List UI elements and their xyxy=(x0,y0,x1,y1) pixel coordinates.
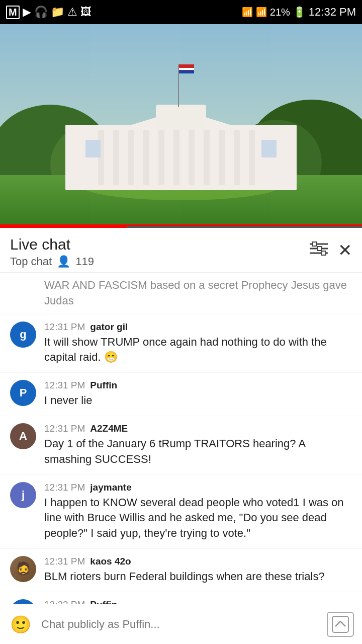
message-time: 12:31 PM xyxy=(44,556,85,567)
message-text: It will show TRUMP once again had nothin… xyxy=(44,335,352,366)
svg-rect-22 xyxy=(261,140,277,157)
message-meta: 12:31 PM jaymante xyxy=(44,482,352,493)
message-time: 12:31 PM xyxy=(44,423,85,434)
clock: 12:32 PM xyxy=(309,6,356,19)
list-item: P 12:31 PM Puffin I never lie xyxy=(0,373,362,416)
svg-rect-31 xyxy=(313,242,317,246)
chat-input-area: 🙂 xyxy=(0,604,362,644)
video-thumbnail xyxy=(0,24,362,228)
svg-rect-27 xyxy=(179,70,194,73)
close-button[interactable]: ✕ xyxy=(338,240,352,260)
filter-icon[interactable] xyxy=(310,241,328,260)
signal-icon: 📶 xyxy=(256,7,267,18)
header-actions: ✕ xyxy=(310,236,352,260)
svg-rect-33 xyxy=(322,251,326,255)
svg-rect-25 xyxy=(179,64,194,67)
avatar: 🧔 xyxy=(10,556,36,582)
chat-input[interactable] xyxy=(41,612,319,637)
image-icon: 🖼 xyxy=(80,6,92,19)
message-time: 12:31 PM xyxy=(44,321,85,333)
svg-rect-15 xyxy=(204,130,210,185)
message-content: 12:31 PM kaos 42o BLM rioters burn Feder… xyxy=(44,556,352,585)
svg-rect-10 xyxy=(128,130,134,185)
message-text: I never lie xyxy=(44,393,352,409)
video-player[interactable] xyxy=(0,24,362,228)
svg-rect-17 xyxy=(234,130,240,185)
message-time: 12:31 PM xyxy=(44,482,85,493)
youtube-red-bar xyxy=(0,224,362,226)
message-meta: 12:31 PM A2Z4ME xyxy=(44,423,352,434)
message-time: 12:31 PM xyxy=(44,380,85,391)
svg-rect-13 xyxy=(173,130,179,185)
message-meta: 12:31 PM kaos 42o xyxy=(44,556,352,567)
truncated-message-text: WAR AND FASCISM based on a secret Prophe… xyxy=(44,279,347,307)
battery-icon: 🔋 xyxy=(293,6,306,18)
folder-icon: 📁 xyxy=(51,6,64,19)
avatar: g xyxy=(10,321,36,348)
message-text: I happen to KNOW several dead people who… xyxy=(44,495,352,541)
video-progress-bar[interactable] xyxy=(0,226,362,228)
emoji-button[interactable]: 🙂 xyxy=(8,612,33,637)
emoji-icon: 🙂 xyxy=(10,614,31,634)
svg-rect-11 xyxy=(143,130,149,185)
headset-icon: 🎧 xyxy=(34,6,48,19)
list-item: 🧔 12:31 PM kaos 42o BLM rioters burn Fed… xyxy=(0,549,362,592)
message-author: kaos 42o xyxy=(90,556,131,567)
message-author: A2Z4ME xyxy=(90,423,128,434)
viewer-count: 119 xyxy=(75,255,94,268)
svg-rect-12 xyxy=(158,130,164,185)
avatar: j xyxy=(10,482,36,508)
viewers-icon: 👤 xyxy=(57,255,70,268)
message-content: 12:31 PM A2Z4ME Day 1 of the January 6 t… xyxy=(44,423,352,467)
message-author: Puffin xyxy=(90,380,117,391)
youtube-icon: ▶ xyxy=(23,6,31,19)
message-meta: 12:31 PM Puffin xyxy=(44,380,352,391)
message-meta: 12:31 PM gator gil xyxy=(44,321,352,333)
live-chat-title-area: Live chat Top chat 👤 119 xyxy=(10,236,94,268)
svg-rect-16 xyxy=(219,130,225,185)
chat-messages-container: WAR AND FASCISM based on a secret Prophe… xyxy=(0,273,362,644)
message-author: gator gil xyxy=(90,321,128,333)
battery-level: 21% xyxy=(270,7,290,18)
svg-rect-21 xyxy=(85,140,101,157)
svg-rect-32 xyxy=(318,247,322,251)
video-progress-fill xyxy=(0,226,127,228)
live-chat-subtitle: Top chat 👤 119 xyxy=(10,255,94,268)
svg-rect-9 xyxy=(113,130,119,185)
svg-rect-26 xyxy=(179,68,194,70)
status-bar: M ▶ 🎧 📁 ⚠ 🖼 📶 📶 21% 🔋 12:32 PM xyxy=(0,0,362,24)
message-text: BLM rioters burn Federal buildings when … xyxy=(44,569,352,585)
message-content: 12:31 PM Puffin I never lie xyxy=(44,380,352,409)
warning-icon: ⚠ xyxy=(67,6,77,19)
message-author: jaymante xyxy=(90,482,131,493)
svg-rect-20 xyxy=(156,105,206,130)
status-bar-left-icons: M ▶ 🎧 📁 ⚠ 🖼 xyxy=(6,6,92,19)
svg-rect-14 xyxy=(189,130,195,185)
message-content: 12:31 PM gator gil It will show TRUMP on… xyxy=(44,321,352,366)
list-item: j 12:31 PM jaymante I happen to KNOW sev… xyxy=(0,475,362,549)
send-icon xyxy=(331,615,349,633)
wifi-icon: 📶 xyxy=(242,7,253,18)
status-bar-right-icons: 📶 📶 21% 🔋 12:32 PM xyxy=(242,6,356,19)
m-icon: M xyxy=(6,6,20,19)
live-chat-title: Live chat xyxy=(10,236,94,253)
message-text: Day 1 of the January 6 tRump TRAITORS he… xyxy=(44,436,352,467)
top-chat-label[interactable]: Top chat xyxy=(10,255,52,268)
list-item: g 12:31 PM gator gil It will show TRUMP … xyxy=(0,314,362,373)
send-button[interactable] xyxy=(327,612,354,637)
list-item: A 12:31 PM A2Z4ME Day 1 of the January 6… xyxy=(0,416,362,475)
svg-rect-18 xyxy=(249,130,255,185)
avatar: P xyxy=(10,380,36,406)
live-chat-header: Live chat Top chat 👤 119 ✕ xyxy=(0,228,362,273)
svg-rect-34 xyxy=(332,616,348,632)
message-content: 12:31 PM jaymante I happen to KNOW sever… xyxy=(44,482,352,541)
avatar: A xyxy=(10,423,36,449)
message-truncated: WAR AND FASCISM based on a secret Prophe… xyxy=(0,273,362,314)
